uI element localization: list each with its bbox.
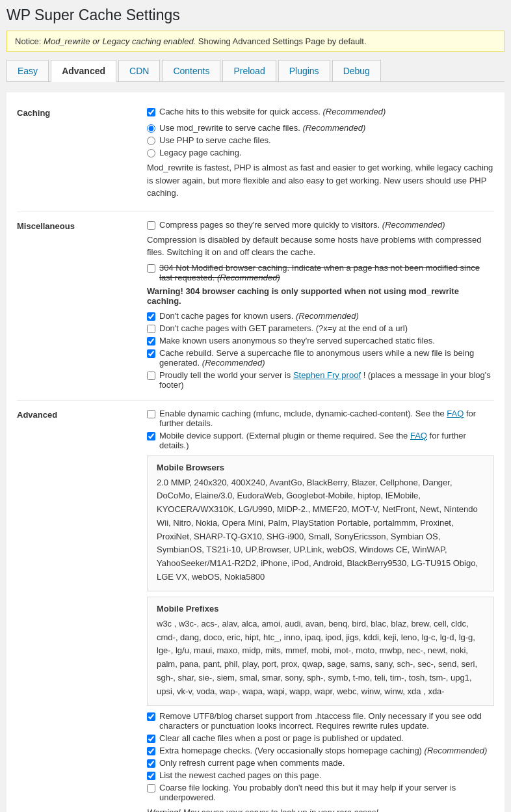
tab-debug[interactable]: Debug — [332, 60, 381, 81]
dynamic-label: Enable dynamic caching (mfunc, mclude, d… — [159, 409, 494, 428]
tab-bar: Easy Advanced CDN Contents Preload Plugi… — [7, 60, 504, 82]
dont-cache-get-checkbox[interactable] — [147, 325, 155, 333]
mobile-prefixes-title: Mobile Prefixes — [157, 604, 484, 614]
remove-utf8-checkbox[interactable] — [147, 712, 155, 721]
page-title: WP Super Cache Settings — [7, 7, 504, 24]
compress-row: Compress pages so they're served more qu… — [147, 220, 494, 230]
warning-304: Warning! 304 browser caching is only sup… — [147, 286, 494, 306]
known-users-anon-label: Make known users anonymous so they're se… — [159, 336, 435, 345]
tab-preload[interactable]: Preload — [222, 60, 276, 81]
legacy-radio-row: Legacy page caching. — [147, 148, 494, 157]
tab-advanced[interactable]: Advanced — [51, 60, 116, 82]
dynamic-checkbox[interactable] — [147, 410, 155, 418]
php-label: Use PHP to serve cache files. — [159, 135, 271, 145]
advanced-content: Enable dynamic caching (mfunc, mclude, d… — [147, 409, 494, 813]
mobile-checkbox[interactable] — [147, 432, 155, 440]
miscellaneous-label: Miscellaneous — [17, 220, 147, 392]
coarse-file-row: Coarse file locking. You probably don't … — [147, 783, 494, 802]
coarse-file-label: Coarse file locking. You probably don't … — [159, 783, 494, 802]
mobile-prefixes-text: w3c , w3c-, acs-, alav, alca, amoi, audi… — [157, 617, 484, 699]
cache-rebuild-checkbox[interactable] — [147, 349, 155, 358]
stephen-fry-checkbox[interactable] — [147, 372, 155, 380]
mobile-row: Mobile device support. (External plugin … — [147, 431, 494, 450]
clear-cache-row: Clear all cache files when a post or pag… — [147, 733, 494, 743]
coarse-warning: Warning! May cause your server to lock u… — [147, 806, 494, 812]
dont-cache-known-label: Don't cache pages for known users. (Reco… — [159, 311, 359, 321]
extra-homepage-checkbox[interactable] — [147, 747, 155, 755]
mod-rewrite-radio-row: Use mod_rewrite to serve cache files. (R… — [147, 123, 494, 133]
notice-text: Notice: — [15, 36, 44, 46]
mobile-label: Mobile device support. (External plugin … — [159, 431, 494, 450]
caching-description: Mod_rewrite is fastest, PHP is almost as… — [147, 161, 494, 200]
tab-cdn[interactable]: CDN — [118, 60, 160, 81]
compress-label: Compress pages so they're served more qu… — [159, 220, 445, 230]
caching-row: Caching Cache hits to this website for q… — [17, 99, 494, 212]
extra-homepage-row: Extra homepage checks. (Very occasionall… — [147, 746, 494, 755]
mobile-browsers-title: Mobile Browsers — [157, 463, 484, 472]
list-newest-checkbox[interactable] — [147, 772, 155, 780]
tab-easy[interactable]: Easy — [7, 60, 49, 81]
dont-cache-known-checkbox[interactable] — [147, 312, 155, 321]
mobile-browsers-text: 2.0 MMP, 240x320, 400X240, AvantGo, Blac… — [157, 476, 484, 584]
compress-checkbox[interactable] — [147, 221, 155, 230]
remove-utf8-row: Remove UTF8/blog charset support from .h… — [147, 711, 494, 731]
stephen-fry-row: Proudly tell the world your server is St… — [147, 370, 494, 390]
remove-utf8-label: Remove UTF8/blog charset support from .h… — [159, 711, 494, 731]
miscellaneous-content: Compress pages so they're served more qu… — [147, 220, 494, 392]
advanced-row: Advanced Enable dynamic caching (mfunc, … — [17, 401, 494, 813]
dynamic-faq-link[interactable]: FAQ — [447, 409, 464, 418]
cache-hits-row: Cache hits to this website for quick acc… — [147, 107, 494, 116]
tab-contents[interactable]: Contents — [162, 60, 220, 81]
dont-cache-known-row: Don't cache pages for known users. (Reco… — [147, 311, 494, 321]
cache-hits-label: Cache hits to this website for quick acc… — [159, 107, 386, 116]
dont-cache-get-row: Don't cache pages with GET parameters. (… — [147, 323, 494, 333]
legacy-label: Legacy page caching. — [159, 148, 241, 157]
miscellaneous-row: Miscellaneous Compress pages so they're … — [17, 212, 494, 401]
extra-homepage-label: Extra homepage checks. (Very occasionall… — [159, 746, 487, 755]
mod-rewrite-radio[interactable] — [147, 124, 155, 133]
mobile-faq-link[interactable]: FAQ — [410, 431, 427, 440]
compress-desc: Compression is disabled by default becau… — [147, 234, 494, 259]
php-radio[interactable] — [147, 137, 155, 145]
list-newest-label: List the newest cached pages on this pag… — [159, 770, 321, 780]
caching-content: Cache hits to this website for quick acc… — [147, 107, 494, 204]
known-users-anon-row: Make known users anonymous so they're se… — [147, 336, 494, 345]
only-refresh-label: Only refresh current page when comments … — [159, 758, 345, 768]
not-modified-label: 304 Not Modified browser caching. Indica… — [159, 263, 494, 282]
stephen-fry-label: Proudly tell the world your server is St… — [159, 370, 494, 390]
cache-rebuild-label: Cache rebuild. Serve a supercache file t… — [159, 348, 494, 368]
only-refresh-checkbox[interactable] — [147, 759, 155, 768]
dynamic-row: Enable dynamic caching (mfunc, mclude, d… — [147, 409, 494, 428]
coarse-file-checkbox[interactable] — [147, 784, 155, 792]
mobile-prefixes-box: Mobile Prefixes w3c , w3c-, acs-, alav, … — [147, 597, 494, 706]
notice-bar: Notice: Mod_rewrite or Legacy caching en… — [7, 31, 504, 52]
tab-plugins[interactable]: Plugins — [278, 60, 330, 81]
notice-rest: Showing Advanced Settings Page by defaul… — [196, 36, 366, 46]
php-radio-row: Use PHP to serve cache files. — [147, 135, 494, 145]
mod-rewrite-label: Use mod_rewrite to serve cache files. (R… — [159, 123, 365, 133]
clear-cache-checkbox[interactable] — [147, 735, 155, 743]
clear-cache-label: Clear all cache files when a post or pag… — [159, 733, 404, 743]
list-newest-row: List the newest cached pages on this pag… — [147, 770, 494, 780]
mobile-browsers-box: Mobile Browsers 2.0 MMP, 240x320, 400X24… — [147, 455, 494, 591]
caching-label: Caching — [17, 107, 147, 204]
only-refresh-row: Only refresh current page when comments … — [147, 758, 494, 768]
legacy-radio[interactable] — [147, 149, 155, 157]
advanced-section-label: Advanced — [17, 409, 147, 813]
dont-cache-get-label: Don't cache pages with GET parameters. (… — [159, 323, 408, 333]
notice-italic: Mod_rewrite or Legacy caching enabled. — [44, 36, 196, 46]
not-modified-checkbox[interactable] — [147, 264, 155, 273]
not-modified-row: 304 Not Modified browser caching. Indica… — [147, 263, 494, 282]
cache-rebuild-row: Cache rebuild. Serve a supercache file t… — [147, 348, 494, 368]
settings-content: Caching Cache hits to this website for q… — [7, 92, 504, 812]
known-users-anon-checkbox[interactable] — [147, 337, 155, 345]
cache-hits-checkbox[interactable] — [147, 108, 155, 116]
stephen-fry-link[interactable]: Stephen Fry proof — [293, 370, 361, 380]
